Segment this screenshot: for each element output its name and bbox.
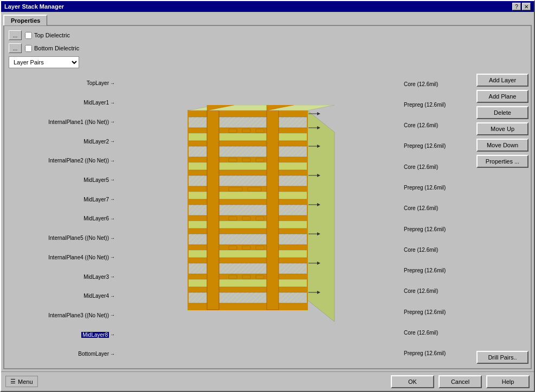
svg-rect-34: [229, 129, 237, 133]
help-button[interactable]: ?: [512, 3, 521, 10]
right-label-7: Prepreg (12.6mil): [404, 225, 470, 233]
pcb-diagram: [177, 105, 340, 332]
move-up-button[interactable]: Move Up: [476, 122, 528, 135]
svg-rect-12: [188, 175, 307, 186]
tab-properties[interactable]: Properties: [3, 15, 47, 25]
svg-rect-11: [188, 170, 307, 175]
svg-rect-40: [229, 187, 242, 191]
bottom-dielectric-checkbox[interactable]: [25, 45, 32, 52]
layer-item-midlayer8[interactable]: MidLayer8→: [9, 330, 115, 339]
right-label-10: Core (12.6mil): [404, 287, 470, 296]
layer-arrow-midlayer1: →: [110, 100, 115, 106]
svg-rect-41: [248, 187, 261, 191]
tab-content: ... Top Dielectric ... Bottom Dielectric: [3, 25, 532, 369]
right-label-8: Core (12.6mil): [404, 245, 470, 254]
layer-arrow-internalplane1: →: [110, 119, 115, 125]
svg-rect-31: [207, 110, 219, 310]
layer-arrow-midlayer6: →: [110, 216, 115, 221]
layer-item-midlayer2[interactable]: MidLayer2→: [9, 137, 115, 146]
svg-rect-29: [188, 303, 307, 310]
svg-marker-2: [307, 110, 334, 322]
right-label-6: Core (12.6mil): [404, 204, 470, 213]
layer-item-bottomlayer[interactable]: BottomLayer→: [9, 350, 115, 358]
layer-label-internalplane2: InternalPlane2 ((No Net)): [48, 158, 109, 164]
layer-item-midlayer4[interactable]: MidLayer4→: [9, 292, 115, 300]
layer-label-midlayer6: MidLayer6: [83, 215, 109, 221]
layer-arrow-midlayer8: →: [110, 332, 115, 337]
layer-label-midlayer5: MidLayer5: [83, 177, 109, 183]
help-bottom-button[interactable]: Help: [486, 375, 530, 388]
layer-label-midlayer1: MidLayer1: [83, 100, 109, 106]
layer-item-internalplane1[interactable]: InternalPlane1 ((No Net))→: [9, 117, 115, 126]
svg-rect-47: [256, 246, 264, 250]
svg-rect-16: [188, 205, 307, 215]
layer-item-midlayer5[interactable]: MidLayer5→: [9, 175, 115, 184]
layer-pairs-dropdown[interactable]: Layer Pairs: [9, 56, 79, 68]
ok-button[interactable]: OK: [391, 375, 434, 388]
svg-rect-44: [256, 217, 264, 220]
svg-rect-45: [229, 246, 237, 250]
bottom-dielectric-btn[interactable]: ...: [9, 43, 22, 53]
layer-label-internalplane1: InternalPlane1 ((No Net)): [48, 119, 109, 125]
layer-item-internalplane5[interactable]: InternalPlane5 ((No Net))→: [9, 234, 115, 243]
svg-rect-37: [229, 158, 237, 162]
top-dielectric-btn[interactable]: ...: [9, 30, 22, 40]
layer-item-toplayer[interactable]: TopLayer→: [9, 79, 115, 88]
svg-rect-15: [188, 199, 307, 205]
top-dielectric-label: Top Dielectric: [34, 32, 70, 38]
right-label-5: Prepreg (12.6mil): [404, 184, 470, 192]
top-dielectric-checkbox[interactable]: [25, 32, 32, 39]
top-dielectric-checkbox-row: Top Dielectric: [25, 32, 70, 39]
svg-rect-42: [229, 217, 237, 220]
svg-rect-39: [256, 158, 264, 162]
layer-label-internalplane5: InternalPlane5 ((No Net)): [48, 235, 109, 241]
tab-bar: Properties: [3, 14, 532, 25]
right-label-13: Prepreg (12.6mil): [404, 349, 470, 358]
drill-pairs-button[interactable]: Drill Pairs..: [476, 351, 528, 364]
svg-rect-36: [256, 129, 264, 133]
right-label-3: Prepreg (12.6mil): [404, 142, 470, 151]
menu-button[interactable]: ☰ Menu: [5, 376, 38, 387]
layer-label-midlayer7: MidLayer7: [83, 197, 109, 202]
svg-marker-55: [317, 112, 320, 115]
menu-icon: ☰: [10, 378, 16, 385]
layer-arrow-bottomlayer: →: [110, 351, 115, 357]
title-bar: Layer Stack Manager ? ✕: [1, 1, 534, 12]
move-down-button[interactable]: Move Down: [476, 139, 528, 152]
layer-label-internalplane3: InternalPlane3 ((No Net)): [48, 312, 109, 318]
add-plane-button[interactable]: Add Plane: [476, 90, 528, 103]
svg-rect-49: [242, 275, 250, 279]
layer-item-internalplane4[interactable]: InternalPlane4 ((No Net))→: [9, 253, 115, 262]
svg-rect-28: [188, 292, 307, 303]
svg-rect-18: [188, 221, 307, 228]
layer-item-internalplane3[interactable]: InternalPlane3 ((No Net))→: [9, 311, 115, 319]
svg-rect-33: [267, 110, 279, 310]
right-label-12: Core (12.6mil): [404, 329, 470, 337]
layer-arrow-midlayer2: →: [110, 139, 115, 144]
svg-rect-48: [229, 275, 237, 279]
cancel-button[interactable]: Cancel: [439, 375, 482, 388]
window-content: Properties ... Top Dielectric ... Bottom…: [1, 12, 534, 371]
window-title: Layer Stack Manager: [4, 3, 64, 10]
bottom-dielectric-checkbox-row: Bottom Dielectric: [25, 45, 79, 52]
svg-rect-50: [256, 275, 264, 279]
layer-arrow-internalplane3: →: [110, 312, 115, 318]
layer-label-midlayer8: MidLayer8: [81, 332, 109, 338]
layer-label-midlayer2: MidLayer2: [83, 139, 109, 145]
layer-arrow-internalplane2: →: [110, 158, 115, 164]
svg-rect-20: [188, 234, 307, 245]
layer-item-midlayer1[interactable]: MidLayer1→: [9, 99, 115, 107]
svg-rect-8: [188, 146, 307, 157]
layer-item-midlayer7[interactable]: MidLayer7→: [9, 195, 115, 204]
close-button[interactable]: ✕: [522, 3, 531, 10]
delete-button[interactable]: Delete: [476, 106, 528, 119]
properties-button[interactable]: Properties ...: [476, 155, 528, 168]
layer-label-internalplane4: InternalPlane4 ((No Net)): [48, 254, 109, 260]
add-layer-button[interactable]: Add Layer: [476, 74, 528, 87]
layer-item-internalplane2[interactable]: InternalPlane2 ((No Net))→: [9, 156, 115, 165]
svg-rect-4: [188, 117, 307, 128]
layer-arrow-midlayer5: →: [110, 177, 115, 182]
svg-rect-3: [188, 110, 307, 117]
layer-item-midlayer6[interactable]: MidLayer6→: [9, 214, 115, 223]
layer-item-midlayer3[interactable]: MidLayer3→: [9, 272, 115, 281]
